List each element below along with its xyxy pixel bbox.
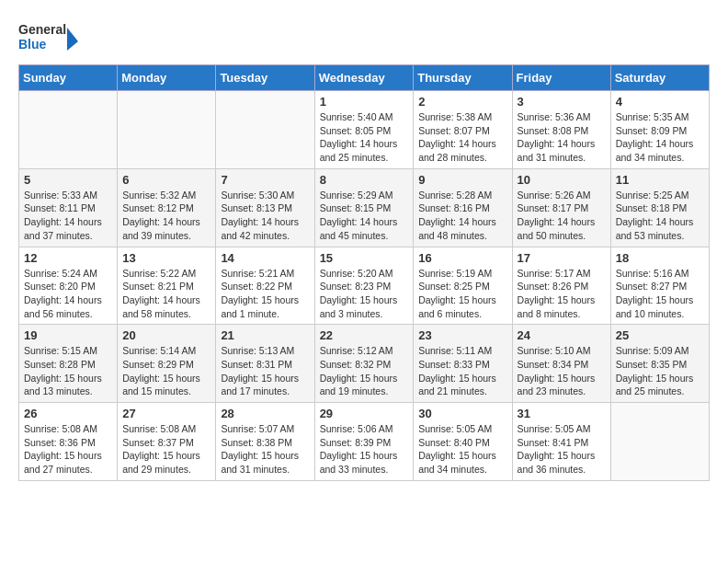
day-info: Sunrise: 5:28 AM Sunset: 8:16 PM Dayligh… <box>418 189 506 243</box>
day-info: Sunrise: 5:26 AM Sunset: 8:17 PM Dayligh… <box>518 189 606 243</box>
day-info: Sunrise: 5:29 AM Sunset: 8:15 PM Dayligh… <box>320 189 409 243</box>
weekday-header: Sunday <box>19 65 118 91</box>
calendar-cell: 5Sunrise: 5:33 AM Sunset: 8:11 PM Daylig… <box>19 168 118 247</box>
day-info: Sunrise: 5:22 AM Sunset: 8:21 PM Dayligh… <box>122 267 210 321</box>
day-number: 31 <box>518 407 606 420</box>
day-number: 28 <box>221 407 309 420</box>
calendar-cell: 13Sunrise: 5:22 AM Sunset: 8:21 PM Dayli… <box>118 247 216 325</box>
day-number: 1 <box>320 95 409 109</box>
day-number: 19 <box>24 328 112 342</box>
day-info: Sunrise: 5:16 AM Sunset: 8:27 PM Dayligh… <box>616 267 704 321</box>
calendar-cell: 30Sunrise: 5:05 AM Sunset: 8:40 PM Dayli… <box>414 403 512 481</box>
logo-svg: GeneralBlue <box>18 18 83 55</box>
day-number: 2 <box>418 95 506 109</box>
calendar-cell: 18Sunrise: 5:16 AM Sunset: 8:27 PM Dayli… <box>610 247 709 325</box>
day-number: 16 <box>418 251 506 265</box>
day-info: Sunrise: 5:38 AM Sunset: 8:07 PM Dayligh… <box>418 110 506 165</box>
day-info: Sunrise: 5:08 AM Sunset: 8:36 PM Dayligh… <box>24 422 112 477</box>
day-info: Sunrise: 5:20 AM Sunset: 8:23 PM Dayligh… <box>320 267 409 321</box>
day-info: Sunrise: 5:13 AM Sunset: 8:31 PM Dayligh… <box>221 344 309 398</box>
day-number: 24 <box>518 328 606 342</box>
day-info: Sunrise: 5:25 AM Sunset: 8:18 PM Dayligh… <box>616 189 704 243</box>
calendar-cell: 11Sunrise: 5:25 AM Sunset: 8:18 PM Dayli… <box>610 168 709 247</box>
calendar-table: SundayMondayTuesdayWednesdayThursdayFrid… <box>18 64 710 481</box>
day-info: Sunrise: 5:24 AM Sunset: 8:20 PM Dayligh… <box>24 267 112 321</box>
calendar-cell: 4Sunrise: 5:35 AM Sunset: 8:09 PM Daylig… <box>610 91 709 169</box>
day-number: 26 <box>24 407 112 420</box>
day-info: Sunrise: 5:06 AM Sunset: 8:39 PM Dayligh… <box>320 422 409 477</box>
calendar-week-row: 19Sunrise: 5:15 AM Sunset: 8:28 PM Dayli… <box>19 325 710 403</box>
day-number: 11 <box>616 173 704 187</box>
day-number: 3 <box>518 95 606 109</box>
day-number: 14 <box>221 251 309 265</box>
calendar-cell: 9Sunrise: 5:28 AM Sunset: 8:16 PM Daylig… <box>414 168 512 247</box>
day-number: 23 <box>418 328 506 342</box>
day-number: 15 <box>320 251 409 265</box>
calendar-cell: 8Sunrise: 5:29 AM Sunset: 8:15 PM Daylig… <box>314 168 414 247</box>
day-info: Sunrise: 5:08 AM Sunset: 8:37 PM Dayligh… <box>122 422 210 477</box>
calendar-cell: 14Sunrise: 5:21 AM Sunset: 8:22 PM Dayli… <box>216 247 314 325</box>
day-info: Sunrise: 5:11 AM Sunset: 8:33 PM Dayligh… <box>418 344 506 398</box>
calendar-cell: 26Sunrise: 5:08 AM Sunset: 8:36 PM Dayli… <box>19 403 118 481</box>
day-info: Sunrise: 5:12 AM Sunset: 8:32 PM Dayligh… <box>320 344 409 398</box>
calendar-cell: 31Sunrise: 5:05 AM Sunset: 8:41 PM Dayli… <box>512 403 610 481</box>
svg-text:General: General <box>18 22 66 37</box>
calendar-week-row: 12Sunrise: 5:24 AM Sunset: 8:20 PM Dayli… <box>19 247 710 325</box>
calendar-header-row: SundayMondayTuesdayWednesdayThursdayFrid… <box>19 65 710 91</box>
day-number: 12 <box>24 251 112 265</box>
day-number: 25 <box>616 328 704 342</box>
calendar-cell: 24Sunrise: 5:10 AM Sunset: 8:34 PM Dayli… <box>512 325 610 403</box>
calendar-cell: 21Sunrise: 5:13 AM Sunset: 8:31 PM Dayli… <box>216 325 314 403</box>
svg-text:Blue: Blue <box>18 37 47 52</box>
calendar-cell: 3Sunrise: 5:36 AM Sunset: 8:08 PM Daylig… <box>512 91 610 169</box>
day-number: 9 <box>418 173 506 187</box>
day-number: 20 <box>122 328 210 342</box>
day-info: Sunrise: 5:14 AM Sunset: 8:29 PM Dayligh… <box>122 344 210 398</box>
day-info: Sunrise: 5:33 AM Sunset: 8:11 PM Dayligh… <box>24 189 112 243</box>
weekday-header: Friday <box>512 65 610 91</box>
day-number: 5 <box>24 173 112 187</box>
logo: GeneralBlue <box>18 18 83 55</box>
day-info: Sunrise: 5:09 AM Sunset: 8:35 PM Dayligh… <box>616 344 704 398</box>
weekday-header: Wednesday <box>314 65 414 91</box>
day-number: 10 <box>518 173 606 187</box>
calendar-cell: 16Sunrise: 5:19 AM Sunset: 8:25 PM Dayli… <box>414 247 512 325</box>
calendar-week-row: 1Sunrise: 5:40 AM Sunset: 8:05 PM Daylig… <box>19 91 710 169</box>
day-info: Sunrise: 5:15 AM Sunset: 8:28 PM Dayligh… <box>24 344 112 398</box>
calendar-cell <box>19 91 118 169</box>
weekday-header: Tuesday <box>216 65 314 91</box>
calendar-cell: 15Sunrise: 5:20 AM Sunset: 8:23 PM Dayli… <box>314 247 414 325</box>
calendar-cell: 7Sunrise: 5:30 AM Sunset: 8:13 PM Daylig… <box>216 168 314 247</box>
day-info: Sunrise: 5:36 AM Sunset: 8:08 PM Dayligh… <box>518 110 606 165</box>
day-info: Sunrise: 5:05 AM Sunset: 8:41 PM Dayligh… <box>518 422 606 477</box>
calendar-cell: 12Sunrise: 5:24 AM Sunset: 8:20 PM Dayli… <box>19 247 118 325</box>
calendar-cell: 20Sunrise: 5:14 AM Sunset: 8:29 PM Dayli… <box>118 325 216 403</box>
svg-marker-2 <box>67 28 78 51</box>
calendar-cell: 2Sunrise: 5:38 AM Sunset: 8:07 PM Daylig… <box>414 91 512 169</box>
calendar-week-row: 5Sunrise: 5:33 AM Sunset: 8:11 PM Daylig… <box>19 168 710 247</box>
day-number: 29 <box>320 407 409 420</box>
calendar-cell <box>610 403 709 481</box>
calendar-cell: 28Sunrise: 5:07 AM Sunset: 8:38 PM Dayli… <box>216 403 314 481</box>
calendar-cell: 27Sunrise: 5:08 AM Sunset: 8:37 PM Dayli… <box>118 403 216 481</box>
day-number: 13 <box>122 251 210 265</box>
day-number: 7 <box>221 173 309 187</box>
day-number: 4 <box>616 95 704 109</box>
day-number: 8 <box>320 173 409 187</box>
calendar-cell: 29Sunrise: 5:06 AM Sunset: 8:39 PM Dayli… <box>314 403 414 481</box>
day-info: Sunrise: 5:10 AM Sunset: 8:34 PM Dayligh… <box>518 344 606 398</box>
calendar-cell: 6Sunrise: 5:32 AM Sunset: 8:12 PM Daylig… <box>118 168 216 247</box>
day-number: 27 <box>122 407 210 420</box>
weekday-header: Saturday <box>610 65 709 91</box>
day-info: Sunrise: 5:17 AM Sunset: 8:26 PM Dayligh… <box>518 267 606 321</box>
calendar-cell <box>216 91 314 169</box>
page-header: GeneralBlue <box>18 18 710 55</box>
day-info: Sunrise: 5:07 AM Sunset: 8:38 PM Dayligh… <box>221 422 309 477</box>
day-info: Sunrise: 5:19 AM Sunset: 8:25 PM Dayligh… <box>418 267 506 321</box>
calendar-week-row: 26Sunrise: 5:08 AM Sunset: 8:36 PM Dayli… <box>19 403 710 481</box>
calendar-cell: 23Sunrise: 5:11 AM Sunset: 8:33 PM Dayli… <box>414 325 512 403</box>
day-number: 22 <box>320 328 409 342</box>
day-info: Sunrise: 5:21 AM Sunset: 8:22 PM Dayligh… <box>221 267 309 321</box>
calendar-cell: 1Sunrise: 5:40 AM Sunset: 8:05 PM Daylig… <box>314 91 414 169</box>
day-number: 30 <box>418 407 506 420</box>
